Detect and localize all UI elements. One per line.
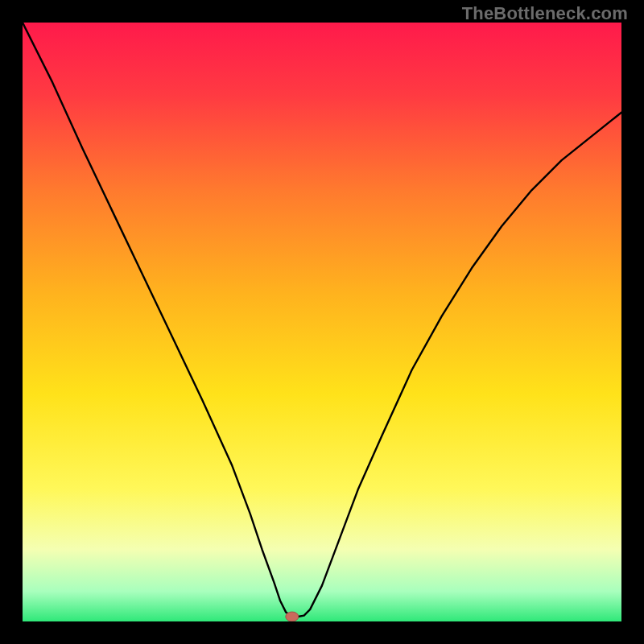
bottleneck-chart — [23, 23, 621, 621]
watermark-text: TheBottleneck.com — [462, 3, 628, 24]
optimal-marker — [286, 612, 299, 621]
chart-background — [23, 23, 621, 621]
chart-frame: TheBottleneck.com — [0, 0, 644, 644]
